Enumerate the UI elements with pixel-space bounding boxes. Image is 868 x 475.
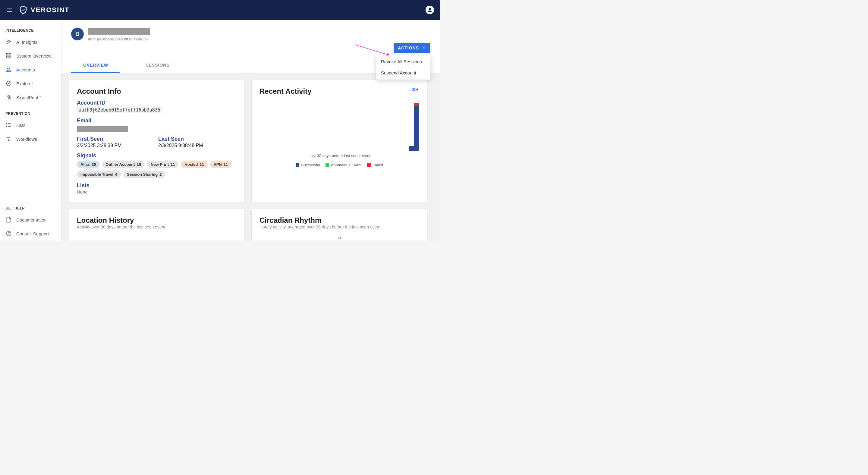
- sidebar-item-accounts[interactable]: Accounts: [0, 63, 61, 76]
- help-icon: [5, 230, 12, 237]
- fingerprint-icon: [5, 94, 12, 101]
- sidebar-item-label: Accounts: [16, 67, 35, 72]
- page-header: B auth0|62ebeb019ef7eff16bb3a835 ACTIONS: [61, 20, 440, 73]
- label-first-seen: First Seen: [77, 136, 155, 142]
- chart-bar: [409, 146, 414, 151]
- sidebar-item-label: Lists: [16, 123, 26, 128]
- card-subtitle: Activity over 30 days before the last se…: [77, 225, 237, 229]
- menu-item-revoke-all-sessions[interactable]: Revoke All Sessions: [376, 56, 430, 67]
- value-last-seen: 2/3/2025 9:38:48 PM: [158, 143, 237, 148]
- sidebar-heading-intelligence: INTELLIGENCE: [0, 25, 61, 35]
- actions-dropdown-menu: Revoke All Sessions Suspend Account: [376, 55, 430, 80]
- list-icon: [5, 122, 12, 128]
- compass-icon: [5, 80, 12, 87]
- label-last-seen: Last Seen: [158, 136, 237, 142]
- location-history-card: Location History Activity over 30 days b…: [69, 209, 245, 241]
- value-account-id: auth0|62ebeb019ef7eff16bb3a835: [77, 107, 162, 113]
- people-icon: [5, 66, 12, 73]
- value-email-redacted: [77, 126, 128, 132]
- account-id-subtext: auth0|62ebeb019ef7eff16bb3a835: [88, 37, 150, 41]
- circadian-chart: 24 02 04 22 20: [294, 232, 384, 241]
- chart-caption: Last 30 days before last seen event: [259, 153, 419, 158]
- menu-icon[interactable]: [6, 6, 13, 13]
- signal-chip[interactable]: VPN11: [210, 161, 231, 168]
- legend-item: Successful: [296, 163, 320, 167]
- sidebar-item-ai-insights[interactable]: AI Insights: [0, 35, 61, 49]
- legend-item: Failed: [367, 163, 383, 167]
- show-button-partial[interactable]: SH: [412, 87, 418, 92]
- actions-button-label: ACTIONS: [398, 45, 419, 50]
- card-title: Recent Activity: [259, 87, 419, 96]
- sparkles-icon: [5, 39, 12, 45]
- signal-chip[interactable]: Session Sharing2: [123, 170, 165, 178]
- legend-item: Anomalous Event: [326, 163, 362, 167]
- account-name-redacted: [88, 28, 150, 35]
- sidebar-item-label: System Overview: [16, 53, 52, 59]
- card-title: Location History: [77, 216, 237, 225]
- sidebar-item-explorer[interactable]: Explorer: [0, 76, 61, 90]
- svg-rect-4: [7, 54, 8, 56]
- label-email: Email: [77, 118, 237, 124]
- sidebar-item-lists[interactable]: Lists: [0, 118, 61, 132]
- sidebar-item-label: Explorer: [16, 81, 33, 86]
- sidebar-heading-prevention: PREVENTION: [0, 108, 61, 118]
- brand[interactable]: VEROSINT: [19, 5, 69, 14]
- chart-legend: SuccessfulAnomalous EventFailed: [259, 163, 419, 167]
- sidebar-heading-get-help: GET HELP: [0, 203, 61, 213]
- svg-point-8: [7, 68, 8, 69]
- svg-point-9: [9, 68, 10, 69]
- svg-point-15: [7, 123, 7, 124]
- signal-chip[interactable]: Outlier Account16: [102, 161, 145, 168]
- svg-text:22: 22: [324, 240, 328, 241]
- signal-chip[interactable]: Alias20: [77, 161, 100, 168]
- user-avatar-icon[interactable]: [426, 6, 434, 14]
- account-info-card: Account Info Account ID auth0|62ebeb019e…: [69, 80, 245, 202]
- svg-point-17: [7, 126, 7, 127]
- card-title: Account Info: [77, 87, 237, 96]
- svg-point-23: [8, 235, 9, 235]
- sidebar-item-label: Contact Support: [16, 231, 49, 236]
- shield-check-icon: [19, 5, 28, 14]
- sidebar-item-system-overview[interactable]: System Overview: [0, 49, 61, 63]
- label-signals: Signals: [77, 153, 237, 159]
- circadian-rhythm-card: Circadian Rhythm Hourly activity, averag…: [251, 209, 427, 241]
- signal-chip[interactable]: Impossible Travel4: [77, 170, 121, 178]
- actions-button[interactable]: ACTIONS: [394, 43, 430, 53]
- value-lists: None: [77, 189, 237, 194]
- sidebar-item-signalprint[interactable]: SignalPrint™: [0, 90, 61, 104]
- svg-text:24: 24: [338, 236, 341, 239]
- top-navbar: VEROSINT: [0, 0, 440, 20]
- workflow-icon: [5, 136, 12, 142]
- sidebar-item-label: AI Insights: [16, 39, 37, 44]
- sidebar-item-contact-support[interactable]: Contact Support: [0, 227, 61, 241]
- menu-item-suspend-account[interactable]: Suspend Account: [376, 67, 430, 78]
- svg-marker-11: [8, 83, 10, 85]
- svg-point-16: [7, 125, 7, 125]
- tab-overview[interactable]: OVERVIEW: [71, 60, 120, 73]
- account-avatar: B: [71, 28, 84, 40]
- value-first-seen: 2/3/2025 3:28:39 PM: [77, 143, 155, 148]
- signal-chip[interactable]: Hosted11: [181, 161, 208, 168]
- sidebar-item-documentation[interactable]: Documentation: [0, 213, 61, 227]
- sidebar: INTELLIGENCE AI Insights System Overview…: [0, 20, 61, 241]
- sidebar-item-label: Workflows: [16, 136, 37, 141]
- dashboard-icon: [5, 53, 12, 59]
- label-account-id: Account ID: [77, 100, 237, 106]
- card-subtitle: Hourly activity, averaged over 30 days b…: [259, 225, 419, 229]
- sidebar-item-workflows[interactable]: Workflows: [0, 132, 61, 146]
- svg-rect-5: [9, 54, 11, 56]
- brand-name: VEROSINT: [31, 6, 69, 14]
- svg-text:02: 02: [351, 240, 354, 241]
- document-icon: [5, 216, 12, 223]
- chart-bar: [414, 103, 419, 151]
- tab-sessions[interactable]: SESSIONS: [133, 60, 182, 73]
- chevron-down-icon: [422, 46, 426, 50]
- card-title: Circadian Rhythm: [259, 216, 419, 225]
- sidebar-item-label: SignalPrint™: [16, 95, 41, 100]
- svg-point-3: [429, 8, 431, 10]
- svg-rect-7: [9, 56, 11, 58]
- recent-activity-card: SH Recent Activity Last 30 days before l…: [251, 80, 427, 202]
- recent-activity-chart: [259, 100, 419, 151]
- svg-rect-6: [7, 56, 8, 58]
- signal-chip[interactable]: New Print11: [147, 161, 179, 168]
